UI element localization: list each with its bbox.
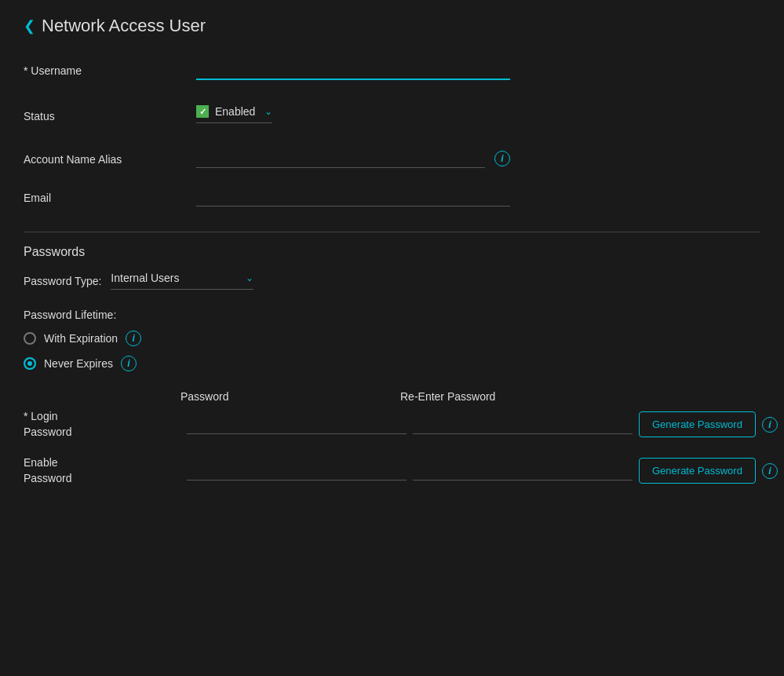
never-expires-label: Never Expires bbox=[44, 357, 113, 370]
username-row: * Username bbox=[24, 60, 760, 86]
enable-password-label: EnablePassword bbox=[24, 455, 181, 486]
password-type-value: Internal Users bbox=[111, 272, 236, 284]
with-expiration-radio[interactable] bbox=[24, 332, 36, 345]
status-label: Status bbox=[24, 105, 196, 122]
passwords-col1-header bbox=[24, 390, 181, 403]
passwords-table-header: Password Re-Enter Password bbox=[24, 390, 760, 403]
enable-password-row: EnablePassword Generate Password i bbox=[24, 455, 760, 486]
account-name-alias-input-container: i bbox=[196, 148, 510, 168]
passwords-section: Passwords Password Type: Internal Users … bbox=[24, 245, 760, 486]
account-name-alias-info-icon[interactable]: i bbox=[494, 151, 510, 166]
email-row: Email bbox=[24, 187, 760, 213]
login-password-generate-button[interactable]: Generate Password bbox=[639, 411, 756, 437]
passwords-col4-header bbox=[620, 390, 760, 403]
login-password-actions: Generate Password i bbox=[639, 411, 778, 437]
username-label: * Username bbox=[24, 60, 196, 77]
account-name-alias-input[interactable] bbox=[196, 148, 485, 168]
passwords-section-title: Passwords bbox=[24, 245, 760, 259]
email-input-container bbox=[196, 187, 510, 206]
password-lifetime-label: Password Lifetime: bbox=[24, 309, 760, 321]
never-expires-info-icon[interactable]: i bbox=[121, 356, 137, 371]
enable-password-info-icon[interactable]: i bbox=[762, 463, 778, 479]
passwords-col2-header: Password bbox=[181, 390, 400, 403]
account-name-alias-row: Account Name Alias i bbox=[24, 148, 760, 168]
enable-password-reenter-input[interactable] bbox=[413, 461, 633, 481]
password-type-select[interactable]: Internal Users ⌄ bbox=[111, 272, 253, 290]
status-checkbox[interactable] bbox=[196, 105, 209, 118]
never-expires-option[interactable]: Never Expires i bbox=[24, 356, 760, 371]
username-input-container bbox=[196, 60, 510, 80]
back-button[interactable]: ❮ bbox=[24, 17, 35, 35]
with-expiration-option[interactable]: With Expiration i bbox=[24, 331, 760, 346]
passwords-col3-header: Re-Enter Password bbox=[400, 390, 620, 403]
enable-password-actions: Generate Password i bbox=[639, 458, 778, 484]
enable-password-generate-button[interactable]: Generate Password bbox=[639, 458, 756, 484]
username-input[interactable] bbox=[196, 60, 510, 80]
password-type-row: Password Type: Internal Users ⌄ bbox=[24, 272, 760, 290]
never-expires-radio[interactable] bbox=[24, 357, 36, 370]
with-expiration-info-icon[interactable]: i bbox=[126, 331, 141, 346]
status-row: Status Enabled ⌄ bbox=[24, 105, 760, 130]
password-lifetime-section: Password Lifetime: With Expiration i Nev… bbox=[24, 309, 760, 371]
account-name-alias-label: Account Name Alias bbox=[24, 148, 196, 166]
enable-password-input[interactable] bbox=[187, 461, 407, 481]
login-password-reenter-input[interactable] bbox=[413, 415, 633, 434]
login-password-info-icon[interactable]: i bbox=[762, 417, 778, 433]
status-chevron-icon[interactable]: ⌄ bbox=[264, 106, 272, 117]
login-password-label: * LoginPassword bbox=[24, 409, 181, 440]
email-label: Email bbox=[24, 187, 196, 204]
password-type-label: Password Type: bbox=[24, 275, 101, 287]
status-value: Enabled bbox=[215, 105, 255, 118]
email-input[interactable] bbox=[196, 187, 510, 206]
page-title-bar: ❮ Network Access User bbox=[24, 16, 760, 36]
with-expiration-label: With Expiration bbox=[44, 332, 118, 345]
login-password-row: * LoginPassword Generate Password i bbox=[24, 409, 760, 440]
section-divider bbox=[24, 232, 760, 232]
status-select[interactable]: Enabled ⌄ bbox=[196, 105, 272, 123]
page-title: Network Access User bbox=[42, 16, 206, 36]
password-type-chevron-icon[interactable]: ⌄ bbox=[246, 272, 253, 283]
login-password-input[interactable] bbox=[187, 415, 407, 434]
